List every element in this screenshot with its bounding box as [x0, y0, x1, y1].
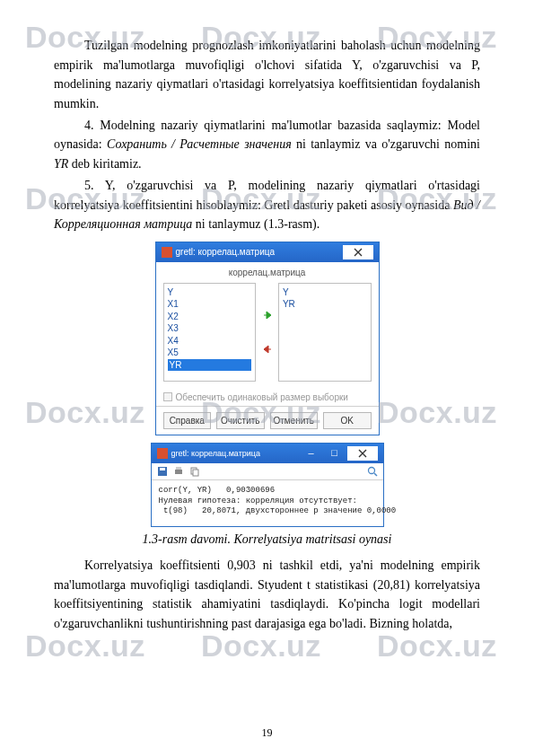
app-icon — [157, 448, 168, 459]
copy-icon[interactable] — [189, 466, 200, 477]
svg-point-6 — [368, 467, 374, 473]
add-variable-button[interactable] — [258, 307, 276, 323]
page-number: 19 — [0, 726, 534, 740]
gretl-correlation-dialog: gretl: коррелац.матрица коррелац.матрица… — [155, 242, 380, 435]
checkbox-label: Обеспечить одинаковый размер выборки — [176, 392, 348, 402]
move-arrows — [256, 283, 278, 382]
dialog-titlebar: gretl: коррелац.матрица — [156, 242, 379, 262]
dialog-titlebar: gretl: коррелац.матрица – □ — [152, 444, 383, 463]
paragraph-3: 5. Y, o'zgaruvchisi va P, modelining naz… — [54, 176, 480, 234]
output-line: Нулевая гипотеза: корреляция отсутствует… — [159, 497, 357, 505]
dialog-title-text: gretl: коррелац.матрица — [171, 449, 261, 458]
text-italic: Сохранить / Расчетные значения — [107, 137, 292, 151]
print-icon[interactable] — [173, 466, 184, 477]
output-toolbar — [152, 463, 383, 480]
output-text: corr(Y, YR) 0,90300696 Нулевая гипотеза:… — [152, 480, 383, 526]
list-item[interactable]: Y — [168, 286, 252, 299]
clear-button[interactable]: Очистить — [216, 412, 265, 429]
svg-rect-5 — [193, 470, 198, 476]
watermark-text: Docx.uz — [201, 629, 321, 664]
paragraph-2: 4. Modelning nazariy qiymatlarini ma'lum… — [54, 116, 480, 174]
list-item[interactable]: X5 — [168, 347, 252, 359]
page-content: Tuzilgan modelning prognozlash imkoniyat… — [54, 36, 480, 634]
dialog-subtitle: коррелац.матрица — [156, 262, 379, 279]
ok-button[interactable]: OK — [323, 412, 372, 429]
close-icon — [358, 449, 367, 458]
output-line: corr(Y, YR) 0,90300696 — [159, 486, 276, 495]
paragraph-1: Tuzilgan modelning prognozlash imkoniyat… — [54, 36, 480, 114]
remove-variable-button[interactable] — [258, 341, 276, 357]
available-variables-list[interactable]: Y X1 X2 X3 X4 X5 YR — [163, 283, 257, 382]
selected-variables-list[interactable]: Y YR — [278, 283, 372, 382]
dialog-title-text: gretl: коррелац.матрица — [176, 247, 276, 257]
zoom-icon[interactable] — [367, 466, 378, 477]
arrow-right-icon — [261, 309, 274, 321]
watermark-text: Docx.uz — [25, 629, 145, 664]
list-item[interactable]: Y — [283, 286, 367, 299]
minimize-button[interactable]: – — [301, 446, 322, 461]
list-item[interactable]: X3 — [168, 322, 252, 335]
text: deb kiritamiz. — [68, 157, 141, 171]
arrow-left-icon — [261, 343, 274, 356]
gretl-correlation-output-window: gretl: коррелац.матрица – □ corr(Y, YR) … — [151, 443, 384, 527]
text: ni tanlaymiz va o'zgaruvchi nomini — [292, 137, 480, 151]
checkbox-row[interactable]: Обеспечить одинаковый размер выборки — [156, 389, 379, 406]
maximize-button[interactable]: □ — [324, 446, 346, 461]
list-item[interactable]: X4 — [168, 335, 252, 347]
figure-caption: 1.3-rasm davomi. Korrelyatsiya matritsas… — [143, 532, 392, 547]
app-icon — [162, 247, 172, 258]
paragraph-4: Korrelyatsiya koeffitsienti 0,903 ni tas… — [54, 556, 480, 634]
text-italic: YR — [54, 157, 68, 171]
list-item-selected[interactable]: YR — [168, 359, 252, 372]
cancel-button[interactable]: Отменить — [270, 412, 319, 429]
text: ni tanlaymuz (1.3-rasm). — [192, 217, 320, 231]
list-item[interactable]: YR — [283, 298, 367, 311]
svg-rect-3 — [176, 467, 181, 470]
svg-rect-2 — [175, 470, 182, 474]
list-item[interactable]: X1 — [168, 298, 252, 311]
checkbox-icon — [163, 392, 172, 401]
watermark-text: Docx.uz — [377, 629, 497, 664]
close-button[interactable] — [347, 446, 378, 461]
svg-rect-1 — [160, 468, 165, 470]
close-icon — [354, 248, 363, 257]
save-icon[interactable] — [157, 466, 168, 477]
text: 5. Y, o'zgaruvchisi va P, modelining naz… — [54, 179, 480, 212]
close-button[interactable] — [343, 245, 373, 259]
dialog-lists: Y X1 X2 X3 X4 X5 YR Y — [156, 283, 379, 389]
dialog-buttons: Справка Очистить Отменить OK — [156, 406, 379, 435]
list-item[interactable]: X2 — [168, 311, 252, 323]
help-button[interactable]: Справка — [163, 412, 212, 429]
figure-1-3: gretl: коррелац.матрица коррелац.матрица… — [54, 242, 480, 550]
output-line: t(98) 20,8071, двухстороннее р значение … — [163, 506, 396, 515]
